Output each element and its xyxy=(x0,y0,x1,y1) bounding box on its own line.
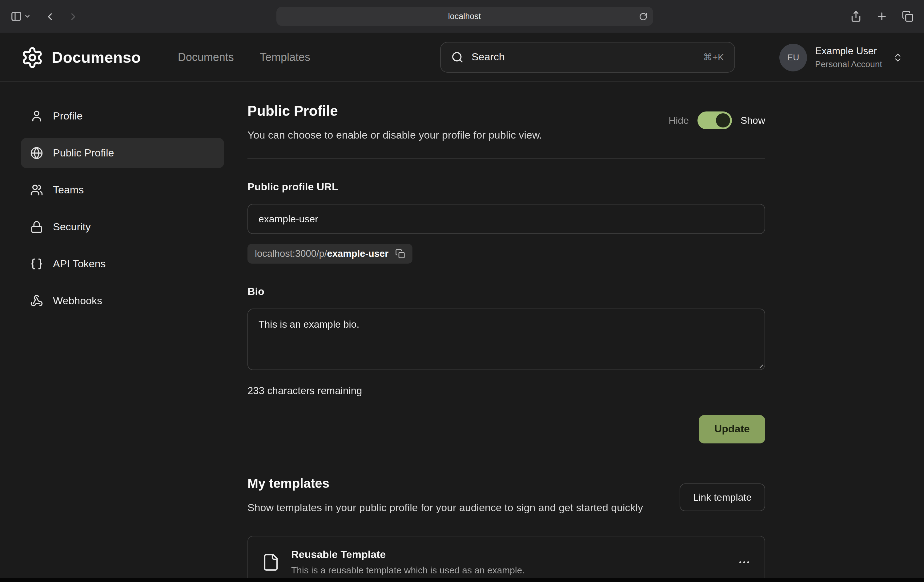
public-profile-settings: Public Profile You can choose to enable … xyxy=(248,101,765,582)
sidebar-item-label: Webhooks xyxy=(53,295,102,307)
users-icon xyxy=(30,184,43,197)
brand[interactable]: Documenso xyxy=(21,46,141,69)
forward-icon[interactable] xyxy=(68,11,79,22)
template-name: Reusable Template xyxy=(291,549,525,561)
update-button[interactable]: Update xyxy=(699,415,765,443)
sidebar-item-label: API Tokens xyxy=(53,258,106,270)
file-icon xyxy=(262,553,280,572)
sidebar-item-api-tokens[interactable]: API Tokens xyxy=(21,249,224,279)
avatar: EU xyxy=(779,43,807,71)
search-shortcut: ⌘+K xyxy=(703,52,724,63)
sidebar-item-public-profile[interactable]: Public Profile xyxy=(21,138,224,168)
show-label: Show xyxy=(741,115,765,126)
profile-url-input[interactable] xyxy=(248,204,765,234)
sidebar-item-teams[interactable]: Teams xyxy=(21,175,224,205)
toggle-knob xyxy=(716,113,730,127)
template-list-item[interactable]: Reusable Template This is a reusable tem… xyxy=(248,536,765,582)
my-templates-description: Show templates in your public profile fo… xyxy=(248,500,643,516)
nav-documents[interactable]: Documents xyxy=(178,51,234,64)
back-icon[interactable] xyxy=(45,11,55,22)
sidebar-item-webhooks[interactable]: Webhooks xyxy=(21,286,224,316)
app-header: Documenso Documents Templates ⌘+K EU Exa… xyxy=(0,33,924,82)
profile-visibility-toggle[interactable] xyxy=(698,111,732,129)
bio-textarea[interactable]: This is an example bio. xyxy=(248,309,765,370)
lock-icon xyxy=(30,220,43,233)
hide-label: Hide xyxy=(668,115,689,126)
nav-templates[interactable]: Templates xyxy=(260,51,310,64)
settings-sidebar: Profile Public Profile Teams Security xyxy=(21,101,224,316)
brand-name: Documenso xyxy=(52,48,141,66)
search-icon xyxy=(451,51,464,63)
user-name: Example User xyxy=(815,46,882,57)
globe-icon xyxy=(30,147,43,159)
profile-url-label: Public profile URL xyxy=(248,181,765,193)
sidebar-item-label: Security xyxy=(53,221,91,233)
search-input[interactable] xyxy=(472,51,695,63)
chevron-down-icon[interactable] xyxy=(24,13,31,20)
reload-icon[interactable] xyxy=(639,12,647,21)
webhook-icon xyxy=(30,294,43,308)
sidebar-item-profile[interactable]: Profile xyxy=(21,101,224,131)
browser-window: localhost Documenso xyxy=(0,0,924,582)
link-template-button[interactable]: Link template xyxy=(680,483,765,511)
user-account-type: Personal Account xyxy=(815,59,882,69)
braces-icon xyxy=(30,258,43,270)
page-title: Public Profile xyxy=(248,103,542,119)
top-nav: Documents Templates xyxy=(178,51,310,64)
chevrons-up-down-icon xyxy=(893,52,903,63)
copy-icon[interactable] xyxy=(395,249,405,259)
page-subtitle: You can choose to enable or disable your… xyxy=(248,129,542,142)
address-bar-url: localhost xyxy=(448,12,481,21)
new-tab-icon[interactable] xyxy=(876,10,888,22)
global-search[interactable]: ⌘+K xyxy=(440,42,735,73)
url-prefix: localhost:3000/p/example-user xyxy=(255,248,388,259)
tab-overview-icon[interactable] xyxy=(902,10,914,22)
bio-label: Bio xyxy=(248,286,765,298)
documenso-logo-icon xyxy=(21,46,44,69)
template-description: This is a reusable template which is use… xyxy=(291,565,525,575)
share-icon[interactable] xyxy=(850,10,862,22)
my-templates-title: My templates xyxy=(248,476,643,491)
browser-nav-controls xyxy=(10,10,79,22)
sidebar-item-label: Profile xyxy=(53,110,82,122)
more-options-icon[interactable] xyxy=(738,556,751,569)
address-bar[interactable]: localhost xyxy=(276,7,653,26)
browser-actions xyxy=(850,10,914,22)
visibility-toggle-row: Hide Show xyxy=(668,111,765,129)
browser-chrome: localhost xyxy=(0,0,924,33)
characters-remaining: 233 characters remaining xyxy=(248,385,765,397)
window-bottom-edge xyxy=(0,578,924,582)
sidebar-item-label: Teams xyxy=(53,184,84,196)
sidebar-item-security[interactable]: Security xyxy=(21,212,224,242)
user-icon xyxy=(30,110,43,122)
profile-url-preview: localhost:3000/p/example-user xyxy=(248,244,412,264)
user-menu[interactable]: EU Example User Personal Account xyxy=(779,43,903,71)
sidebar-item-label: Public Profile xyxy=(53,147,114,159)
sidebar-toggle-icon[interactable] xyxy=(10,10,22,22)
divider xyxy=(248,158,765,159)
